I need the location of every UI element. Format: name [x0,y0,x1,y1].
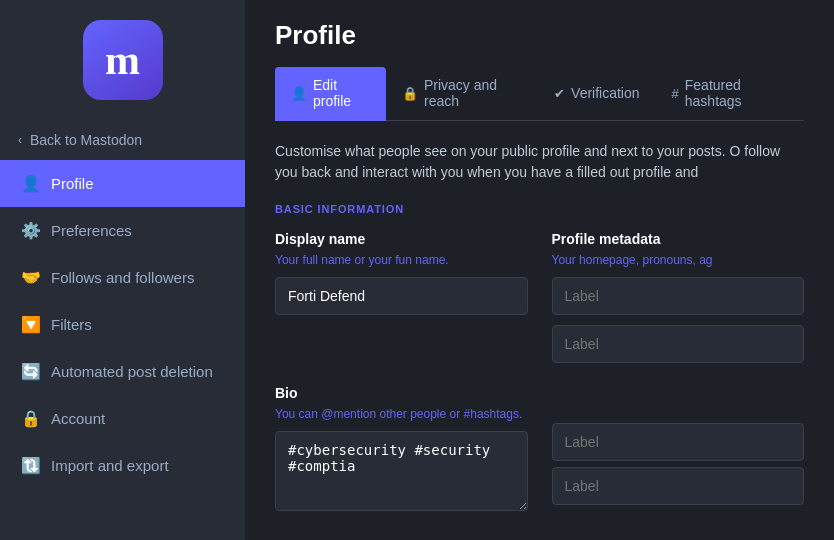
user-icon: 👤 [291,86,307,101]
lock-tab-icon: 🔒 [402,86,418,101]
bio-label: Bio [275,385,528,401]
profile-icon: 👤 [21,174,41,193]
sidebar-item-follows[interactable]: 🤝 Follows and followers [0,254,245,301]
bio-group: Bio You can @mention other people or #ha… [275,385,528,511]
sidebar-nav: ‹ Back to Mastodon 👤 Profile ⚙️ Preferen… [0,120,245,540]
follows-icon: 🤝 [21,268,41,287]
sidebar-item-preferences[interactable]: ⚙️ Preferences [0,207,245,254]
tab-bar: 👤 Edit profile 🔒 Privacy and reach ✔ Ver… [275,67,804,121]
page-title: Profile [275,20,804,51]
chevron-left-icon: ‹ [18,133,22,147]
metadata-label: Profile metadata [552,231,805,247]
form-grid: Display name Your full name or your fun … [275,231,804,511]
metadata-label-input-2[interactable] [552,325,805,363]
bio-hint: You can @mention other people or #hashta… [275,407,528,421]
main-content: Profile 👤 Edit profile 🔒 Privacy and rea… [245,0,834,540]
metadata-label-input-4[interactable] [552,467,805,505]
bio-textarea[interactable]: #cybersecurity #security #comptia [275,431,528,511]
metadata-label-input-3[interactable] [552,423,805,461]
gear-icon: ⚙️ [21,221,41,240]
sidebar: m ‹ Back to Mastodon 👤 Profile ⚙️ Prefer… [0,0,245,540]
display-name-input[interactable] [275,277,528,315]
page-header: Profile 👤 Edit profile 🔒 Privacy and rea… [245,0,834,121]
display-name-group: Display name Your full name or your fun … [275,231,528,369]
back-to-mastodon-link[interactable]: ‹ Back to Mastodon [0,120,245,160]
sidebar-item-filters[interactable]: 🔽 Filters [0,301,245,348]
lock-icon: 🔒 [21,409,41,428]
filter-icon: 🔽 [21,315,41,334]
tab-featured-hashtags[interactable]: # Featured hashtags [656,67,804,121]
content-area: Customise what people see on your public… [245,121,834,540]
metadata-label-input-1[interactable] [552,277,805,315]
hashtag-icon: # [672,86,679,101]
mastodon-logo: m [83,20,163,100]
check-icon: ✔ [554,86,565,101]
import-icon: 🔃 [21,456,41,475]
basic-info-section-label: BASIC INFORMATION [275,203,804,215]
tab-verification[interactable]: ✔ Verification [538,67,655,121]
sidebar-item-import[interactable]: 🔃 Import and export [0,442,245,489]
display-name-label: Display name [275,231,528,247]
profile-description: Customise what people see on your public… [275,141,804,183]
logo-area: m [0,0,245,120]
sidebar-item-account[interactable]: 🔒 Account [0,395,245,442]
tab-edit-profile[interactable]: 👤 Edit profile [275,67,386,121]
sidebar-item-profile[interactable]: 👤 Profile [0,160,245,207]
profile-metadata-group: Profile metadata Your homepage, pronouns… [552,231,805,369]
profile-metadata-extra-group [552,385,805,511]
metadata-hint: Your homepage, pronouns, ag [552,253,805,267]
display-name-hint: Your full name or your fun name. [275,253,528,267]
refresh-icon: 🔄 [21,362,41,381]
tab-privacy-reach[interactable]: 🔒 Privacy and reach [386,67,538,121]
sidebar-item-automated[interactable]: 🔄 Automated post deletion [0,348,245,395]
